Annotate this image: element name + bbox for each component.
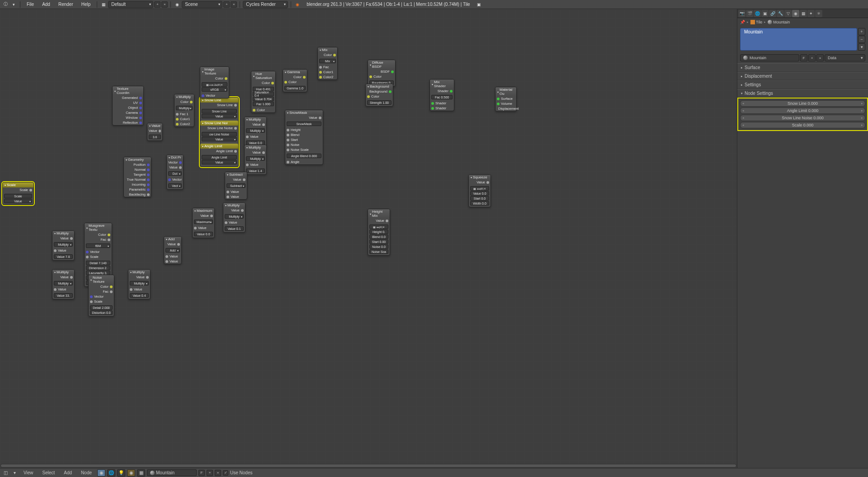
slider-angle-limit[interactable]: Angle Limit 0.000 [740, 108, 865, 114]
slot-menu[interactable]: ▾ [858, 43, 865, 51]
slot-remove[interactable]: − [858, 36, 865, 43]
layout-add[interactable]: + [154, 1, 160, 8]
slot-add[interactable]: + [858, 28, 865, 35]
slider-snow-line[interactable]: Snow Line 0.000 [740, 100, 865, 107]
node-editor-header: ◫ ▾ View Select Add Node ◉ 🌐 💡 ◉ ▦ Mount… [0, 468, 868, 477]
slider-scale[interactable]: Scale 0.000 [740, 122, 865, 128]
shader-type-world[interactable]: 🌐 [107, 469, 115, 477]
material-fake-user-bottom[interactable]: F [198, 470, 205, 476]
node-multiply-7[interactable]: ▾Multiply Value Multiply Value Value 33. [52, 269, 75, 299]
panel-surface[interactable]: ▸Surface [737, 63, 868, 72]
engine-select[interactable]: Cycles Render [243, 1, 288, 8]
material-field[interactable]: Mountain [147, 469, 197, 476]
tab-scene[interactable]: 🎬 [746, 10, 753, 17]
layout-icon[interactable]: ▦ [100, 1, 107, 8]
shader-type-lamp[interactable]: 💡 [117, 469, 125, 477]
menu-add[interactable]: Add [38, 1, 54, 8]
scene-select[interactable]: Scene [182, 1, 222, 8]
node-hue-saturation[interactable]: ▾Hue Saturation Color Hue 0.491 Saturati… [251, 71, 276, 113]
scale-field[interactable]: Scale [4, 194, 32, 198]
breadcrumb: 📌 ▸ Tile ▸ Mountain [737, 18, 868, 26]
node-squeeze[interactable]: ▾Squeeze Value ▦ aw|F|✕ Value 0.0 Start … [468, 174, 491, 207]
node-maximum[interactable]: ▾Maximum Value Maximum Value Value 0.0 [192, 208, 215, 238]
node-multiply-2[interactable]: ▾Multiply Value Multiply Value Value 0.0 [244, 117, 267, 147]
node-value[interactable]: ▾Value Value 3.6 [147, 123, 163, 141]
node-gamma[interactable]: ▾Gamma Color Color Gamma 1.0 [283, 69, 307, 92]
node-dot-product[interactable]: ▾Dot Pr Vector Value Dot Vector Vect [166, 154, 184, 190]
node-diffuse-bsdf[interactable]: ▾Diffuse BSDF BSDF Color Roughness 0. [368, 60, 396, 87]
hscrollbar[interactable] [0, 464, 736, 468]
window-icon[interactable]: ▣ [476, 1, 483, 8]
slider-snow-line-noise[interactable]: Snow Line Noise 0.000 [740, 115, 865, 121]
tab-data[interactable]: ▽ [784, 10, 792, 17]
pin-icon[interactable]: 📌 [740, 20, 745, 24]
material-selector-row: Mountain F + × Data [740, 54, 865, 61]
crumb-object[interactable]: Tile [750, 20, 762, 24]
node-scale[interactable]: ▾Scale Scale Scale Value [2, 182, 34, 205]
material-unlink[interactable]: × [816, 54, 824, 61]
tab-constraints[interactable]: 🔗 [769, 10, 776, 17]
menu-file[interactable]: File [23, 1, 38, 8]
menu-select[interactable]: Select [39, 469, 59, 476]
tab-material[interactable]: ◉ [792, 10, 799, 17]
tab-modifiers[interactable]: 🔧 [777, 10, 784, 17]
node-mix[interactable]: ▾Mix Color Mix Fac Color1 Color2 [317, 47, 338, 80]
use-nodes-toggle[interactable]: ✓Use Nodes [223, 470, 252, 476]
panel-displacement[interactable]: ▸Displacement [737, 72, 868, 80]
node-geometry[interactable]: ▾Geometry Position Normal Tangent True N… [123, 157, 151, 197]
tab-object[interactable]: ▣ [761, 10, 769, 17]
menu-node[interactable]: Node [77, 469, 95, 476]
node-multiply-6[interactable]: ▾Multiply Value Multiply Value Value 7.8 [52, 230, 75, 261]
expand-icon[interactable]: ▾ [10, 1, 17, 8]
material-slot-list: Mountain + − ▾ [740, 28, 865, 51]
material-slot[interactable]: Mountain [740, 28, 857, 51]
menu-add-bottom[interactable]: Add [60, 469, 75, 476]
node-add[interactable]: ▾Add Value Add Value Value [164, 236, 182, 264]
material-new[interactable]: + [808, 54, 816, 61]
layout-remove[interactable]: × [161, 1, 168, 8]
panel-node-settings[interactable]: ▾Node Settings [737, 89, 868, 98]
material-fake-user[interactable]: F [800, 54, 807, 61]
node-settings-body: Snow Line 0.000 Angle Limit 0.000 Snow L… [737, 98, 868, 131]
scene-icon[interactable]: ◉ [174, 1, 181, 8]
tab-world[interactable]: 🌐 [754, 10, 761, 17]
node-multiply-3[interactable]: ▾Multiply Value Multiply Value Value 1.4 [244, 145, 267, 175]
material-name-field[interactable]: Mountain [740, 54, 799, 61]
node-multiply-5[interactable]: ▾Multiply Value Multiply Value Value 0.1 [223, 202, 245, 233]
scale-value-field[interactable]: Value [4, 199, 32, 203]
scene-add[interactable]: + [223, 1, 230, 8]
menu-help[interactable]: Help [78, 1, 94, 8]
node-subtract[interactable]: ▾Subtract Value Subtract Value Value [225, 172, 247, 200]
tab-physics[interactable]: ⚛ [815, 10, 822, 17]
menu-view[interactable]: View [20, 469, 37, 476]
material-add-bottom[interactable]: + [207, 470, 213, 476]
tab-particles[interactable]: ✦ [807, 10, 815, 17]
tab-render[interactable]: 📷 [738, 10, 745, 17]
node-multiply-8[interactable]: ▾Multiply Value Multiply Value Value 0.4 [128, 269, 151, 299]
tab-texture[interactable]: ▦ [800, 10, 807, 17]
shader-type-object[interactable]: ◉ [97, 469, 105, 477]
node-height-mix[interactable]: ▾Height Mix Value ▦ as|F|✕ Height 0. Ble… [368, 209, 390, 256]
menu-render[interactable]: Render [55, 1, 77, 8]
node-texture-coordinate[interactable]: ▾Texture Coordin Generated UV Object Cam… [112, 86, 144, 126]
layout-select[interactable]: Default [108, 1, 153, 8]
scene-remove[interactable]: × [231, 1, 237, 8]
node-noise[interactable]: ▾Noise Texture Color Fac Vector Scale De… [88, 275, 114, 317]
node-image-texture[interactable]: ▾Image Texture Color ▦+va 2⌀|F|✕ sRGB Ve… [200, 66, 229, 98]
material-unlink-bottom[interactable]: × [215, 470, 221, 476]
panel-settings[interactable]: ▸Settings [737, 80, 868, 89]
tree-type-shader[interactable]: ◉ [127, 469, 135, 477]
tree-type-compositor[interactable]: ▦ [137, 469, 145, 477]
node-multiply-color[interactable]: ▾Multiply Color Multiply Fac 1 Color1 Co… [174, 94, 194, 127]
link-type-select[interactable]: Data [825, 54, 865, 61]
node-background[interactable]: ▾Background Background Color Strength 1.… [365, 84, 393, 107]
node-editor[interactable]: ▾Scale Scale Scale Value ▾Value Value 3.… [0, 9, 737, 468]
crumb-material[interactable]: Mountain [768, 20, 790, 24]
node-mix-shader[interactable]: ▾Mix Shader Shader Fac 0.500 Shader Shad… [429, 79, 454, 111]
editor-type-icon[interactable]: ◫ [2, 469, 9, 477]
node-material-output[interactable]: ▾Material Ou Surface Volume Displacement [495, 87, 517, 112]
info-editor-icon[interactable]: ⓘ [2, 1, 9, 8]
node-snowmask[interactable]: ▾SnowMask Value SnowMask Height Blend St… [285, 110, 323, 165]
node-group-highlighted[interactable]: ▾Snow Line Snow Line Snow Line Value ▾Sn… [200, 97, 239, 167]
expand-icon[interactable]: ▾ [11, 469, 18, 477]
